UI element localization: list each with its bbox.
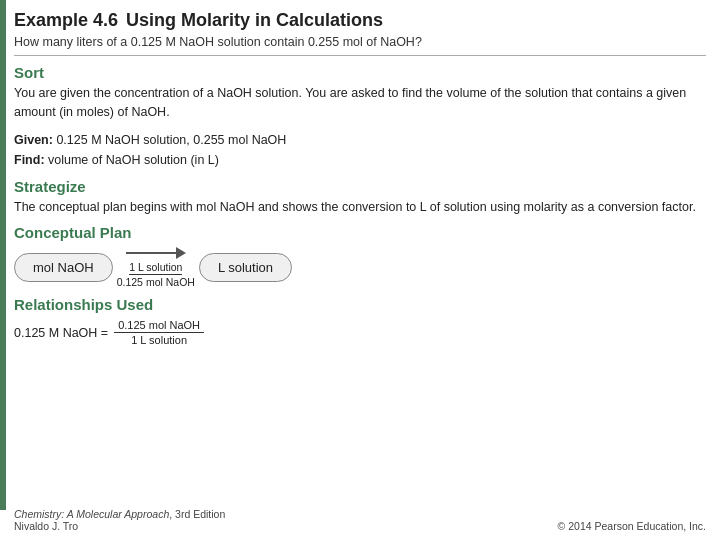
- edition: , 3rd Edition: [169, 508, 225, 520]
- flow-box-mol-naoh: mol NaOH: [14, 253, 113, 282]
- find-value: volume of NaOH solution (in L): [48, 153, 219, 167]
- sort-text: You are given the concentration of a NaO…: [14, 84, 706, 122]
- flow-diagram: mol NaOH 1 L solution 0.125 mol NaOH L s…: [14, 247, 706, 288]
- find-label: Find:: [14, 153, 45, 167]
- find-row: Find: volume of NaOH solution (in L): [14, 150, 706, 170]
- fraction-numerator: 1 L solution: [129, 261, 182, 275]
- page-container: Example 4.6 Using Molarity in Calculatio…: [0, 0, 720, 540]
- main-content: Example 4.6 Using Molarity in Calculatio…: [14, 0, 706, 346]
- arrow-line: [126, 252, 176, 254]
- footer-right: © 2014 Pearson Education, Inc.: [558, 520, 706, 532]
- flow-box-l-solution: L solution: [199, 253, 292, 282]
- title-row: Example 4.6 Using Molarity in Calculatio…: [14, 10, 706, 31]
- subtitle: How many liters of a 0.125 M NaOH soluti…: [14, 35, 706, 49]
- book-title: Chemistry: A Molecular Approach: [14, 508, 169, 520]
- footer: Chemistry: A Molecular Approach, 3rd Edi…: [14, 508, 706, 532]
- left-border-accent: [0, 0, 6, 510]
- fraction-wrapper: 1 L solution 0.125 mol NaOH: [117, 261, 195, 288]
- eq-lhs: 0.125 M NaOH =: [14, 326, 108, 340]
- footer-left: Chemistry: A Molecular Approach, 3rd Edi…: [14, 508, 225, 532]
- author: Nivaldo J. Tro: [14, 520, 78, 532]
- given-find-block: Given: 0.125 M NaOH solution, 0.255 mol …: [14, 130, 706, 170]
- strategize-text: The conceptual plan begins with mol NaOH…: [14, 198, 706, 217]
- example-title: Using Molarity in Calculations: [126, 10, 383, 31]
- copyright: © 2014 Pearson Education, Inc.: [558, 520, 706, 532]
- relationship-equation: 0.125 M NaOH = 0.125 mol NaOH 1 L soluti…: [14, 319, 706, 346]
- eq-numerator: 0.125 mol NaOH: [114, 319, 204, 333]
- eq-fraction: 0.125 mol NaOH 1 L solution: [114, 319, 204, 346]
- relationships-heading: Relationships Used: [14, 296, 706, 313]
- fraction-denominator: 0.125 mol NaOH: [117, 275, 195, 288]
- title-divider: [14, 55, 706, 56]
- conceptual-plan-section: Conceptual Plan mol NaOH 1 L solution 0.…: [14, 224, 706, 288]
- eq-denominator: 1 L solution: [127, 333, 191, 346]
- given-row: Given: 0.125 M NaOH solution, 0.255 mol …: [14, 130, 706, 150]
- conceptual-plan-heading: Conceptual Plan: [14, 224, 706, 241]
- given-value: 0.125 M NaOH solution, 0.255 mol NaOH: [56, 133, 286, 147]
- flow-arrow-container: 1 L solution 0.125 mol NaOH: [117, 247, 195, 288]
- example-label: Example 4.6: [14, 10, 118, 31]
- flow-arrow: [126, 247, 186, 259]
- arrow-head: [176, 247, 186, 259]
- sort-heading: Sort: [14, 64, 706, 81]
- given-label: Given:: [14, 133, 53, 147]
- strategize-heading: Strategize: [14, 178, 706, 195]
- relationships-section: Relationships Used 0.125 M NaOH = 0.125 …: [14, 296, 706, 346]
